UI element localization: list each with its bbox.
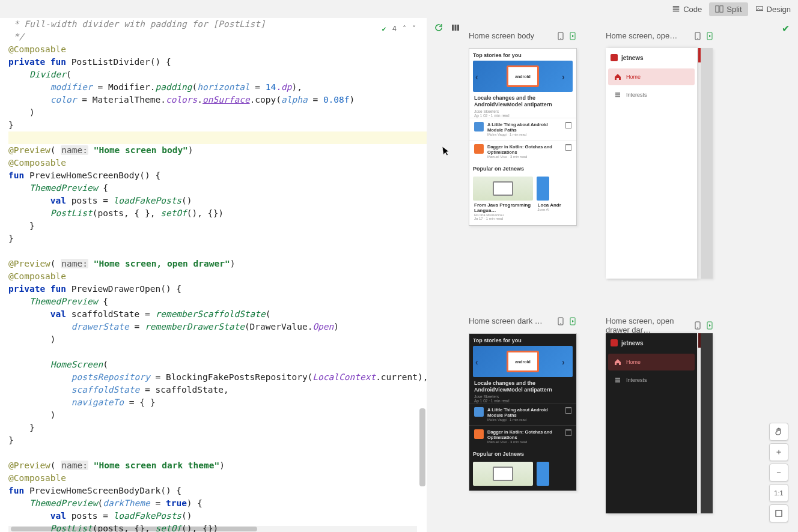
home-icon [614, 358, 621, 366]
interactive-icon[interactable] [568, 32, 577, 40]
view-code-button[interactable]: Code [666, 2, 708, 16]
view-mode-toolbar: Code Split Design [0, 0, 798, 19]
preview-home-screen-drawer-dark[interactable]: Home screen, open drawer dar… jetnews [606, 333, 714, 532]
mouse-cursor-icon [442, 145, 451, 157]
preview-title-label: Home screen, ope… [606, 31, 677, 40]
svg-point-13 [560, 323, 561, 324]
preview-home-screen-body[interactable]: Home screen body Top stories for you ‹ a… [469, 48, 577, 297]
list-icon [672, 5, 680, 13]
thumb-icon [474, 144, 484, 154]
code-content[interactable]: * Full-width divider with padding for [P… [8, 18, 427, 532]
check-icon: ✔ [382, 23, 386, 35]
hero-brand: android [507, 351, 539, 372]
section-title: Popular on Jetnews [469, 162, 576, 174]
list-icon [614, 376, 621, 384]
warnings-count: 4 [392, 23, 397, 35]
headline: Locale changes and the AndroidViewModel … [469, 92, 576, 109]
card: From Java Programming Langua… Ro lina Mu… [473, 177, 533, 220]
svg-point-10 [697, 38, 698, 39]
chevron-right-icon: › [562, 72, 570, 80]
view-code-label: Code [683, 5, 702, 14]
preview-title-label: Home screen dark … [469, 316, 543, 325]
deploy-icon[interactable] [556, 32, 565, 40]
preview-device: Top stories for you ‹ android › Locale c… [469, 333, 577, 491]
preview-device: Top stories for you ‹ android › Locale c… [469, 48, 577, 226]
drawer-item-home: Home [608, 68, 695, 85]
drawer-item-interests: Interests [608, 86, 695, 103]
drawer-scrim [701, 333, 713, 513]
section-title: Top stories for you [469, 49, 576, 61]
logo-icon [611, 54, 618, 61]
view-design-label: Design [767, 5, 791, 14]
split-icon [715, 5, 723, 13]
next-highlight-icon[interactable]: ˅ [412, 23, 416, 35]
design-icon [755, 5, 764, 13]
zoom-controls: ＋ － 1:1 [769, 423, 788, 522]
drawer-item-home: Home [608, 354, 695, 370]
deploy-icon[interactable] [693, 32, 702, 40]
list-item: Dagger in Kotlin: Gotchas and Optimizati… [469, 140, 576, 162]
preview-device: jetnews Home Interests [606, 333, 713, 513]
hand-icon [774, 427, 784, 437]
interactive-icon[interactable] [705, 321, 714, 330]
card: Loca Andr Jose Al [537, 177, 573, 220]
chevron-right-icon: › [562, 357, 570, 366]
list-icon [614, 91, 621, 98]
zoom-fit-button[interactable] [769, 504, 788, 522]
refresh-icon[interactable] [434, 23, 443, 32]
svg-rect-3 [452, 25, 454, 31]
preview-home-screen-drawer[interactable]: Home screen, ope… jetnews [606, 48, 714, 297]
svg-rect-0 [716, 6, 719, 13]
prev-highlight-icon[interactable]: ˄ [403, 23, 406, 35]
drawer-item-interests: Interests [608, 372, 695, 388]
editor-gutter [0, 18, 8, 532]
inspection-widget[interactable]: ✔ 4 ˄ ˅ [382, 23, 416, 35]
bookmark-icon [565, 144, 571, 151]
preview-status-ok-icon: ✔ [782, 23, 790, 34]
zoom-in-button[interactable]: ＋ [769, 443, 788, 461]
svg-rect-18 [776, 510, 782, 516]
zoom-out-button[interactable]: － [769, 464, 788, 482]
svg-rect-5 [457, 25, 459, 31]
preview-toolbar [434, 23, 460, 32]
hero-image: ‹ android › [473, 346, 573, 377]
svg-point-16 [697, 327, 698, 328]
fit-icon [774, 509, 784, 518]
view-split-button[interactable]: Split [709, 2, 748, 16]
chevron-left-icon: ‹ [475, 357, 484, 366]
list-item: A Little Thing about Android Module Path… [469, 118, 576, 140]
code-editor[interactable]: ✔ 4 ˄ ˅ * Full-width divider with paddin… [0, 18, 427, 532]
settings-icon[interactable] [451, 23, 460, 32]
preview-home-screen-dark[interactable]: Home screen dark … Top stories for you ‹… [469, 333, 577, 532]
view-split-label: Split [726, 5, 742, 14]
drawer-panel: jetnews Home Interests [606, 333, 697, 513]
interactive-icon[interactable] [568, 317, 577, 325]
preview-title-label: Home screen body [469, 31, 534, 40]
preview-device: jetnews Home Interests [606, 48, 713, 279]
home-icon [614, 73, 621, 80]
logo-icon [611, 339, 618, 346]
thumb-icon [474, 122, 484, 131]
zoom-reset-button[interactable]: 1:1 [769, 484, 788, 502]
bookmark-icon [565, 122, 571, 128]
bookmark-icon [565, 429, 571, 436]
bookmark-icon [565, 407, 571, 414]
svg-rect-4 [455, 25, 457, 31]
thumb-icon [474, 429, 484, 439]
svg-point-7 [560, 38, 561, 39]
drawer-panel: jetnews Home Interests [606, 48, 697, 279]
deploy-icon[interactable] [693, 321, 702, 330]
pan-button[interactable] [769, 423, 788, 441]
thumb-icon [474, 407, 484, 417]
view-design-button[interactable]: Design [749, 2, 797, 16]
svg-rect-1 [720, 6, 723, 13]
interactive-icon[interactable] [705, 32, 714, 40]
chevron-left-icon: ‹ [475, 72, 484, 80]
preview-title-label: Home screen, open drawer dar… [606, 316, 689, 334]
compose-preview-pane: ✔ Home screen body Top stories for you ‹ [427, 18, 798, 532]
hero-image: ‹ android › [473, 61, 573, 92]
hero-brand: android [507, 65, 539, 87]
deploy-icon[interactable] [556, 317, 565, 325]
drawer-scrim [701, 48, 713, 279]
